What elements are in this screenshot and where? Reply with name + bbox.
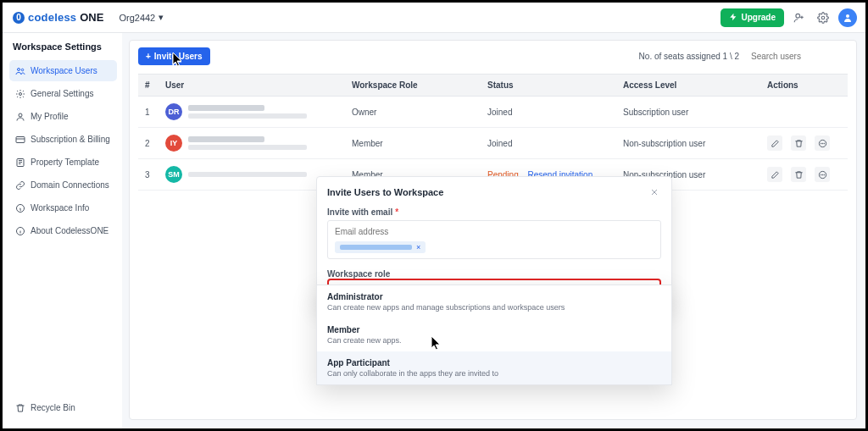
- dropdown-item-title: Member: [327, 325, 661, 334]
- dropdown-item-member[interactable]: Member Can create new apps.: [317, 318, 671, 351]
- sidebar-item-property-template[interactable]: Property Template: [9, 152, 117, 173]
- row-role: Owner: [345, 97, 481, 128]
- sidebar-item-about[interactable]: About CodelessONE: [9, 220, 117, 241]
- email-input[interactable]: [335, 227, 654, 236]
- svg-point-6: [19, 113, 22, 117]
- sidebar-item-recycle-bin[interactable]: Recycle Bin: [9, 397, 117, 418]
- modal-title: Invite Users to Workspace: [327, 187, 443, 197]
- profile-icon: [14, 111, 25, 122]
- row-status: Joined: [481, 128, 616, 159]
- sidebar-item-label: My Profile: [31, 112, 68, 121]
- svg-point-17: [822, 174, 823, 175]
- brand-mark-icon: 0: [13, 12, 25, 24]
- svg-point-2: [846, 14, 849, 18]
- svg-point-1: [821, 16, 825, 19]
- row-role: Member: [345, 128, 481, 159]
- svg-point-12: [821, 143, 821, 144]
- sidebar-item-label: Domain Connections: [31, 180, 109, 190]
- row-access: Non-subscription user: [616, 128, 760, 159]
- users-table: # User Workspace Role Status Access Leve…: [138, 74, 848, 191]
- sidebar-item-subscription-billing[interactable]: Subscription & Billing: [9, 129, 117, 150]
- user-avatar: IY: [165, 135, 182, 152]
- edit-button[interactable]: [767, 135, 782, 151]
- upgrade-button[interactable]: Upgrade: [721, 8, 784, 27]
- users-panel: + Invite Users No. of seats assigned 1 \…: [129, 40, 857, 420]
- svg-point-3: [17, 68, 19, 70]
- close-icon[interactable]: [648, 185, 661, 199]
- sidebar-item-my-profile[interactable]: My Profile: [9, 106, 117, 127]
- org-name: Org2442: [119, 13, 155, 23]
- dropdown-item-administrator[interactable]: Administrator Can create new apps and ma…: [317, 285, 671, 318]
- row-num: 3: [138, 159, 159, 191]
- trash-icon: [14, 402, 25, 413]
- link-icon: [14, 180, 25, 191]
- row-num: 1: [138, 97, 159, 128]
- gear-icon[interactable]: [815, 9, 832, 26]
- card-icon: [14, 134, 25, 145]
- template-icon: [14, 157, 25, 168]
- more-button[interactable]: [815, 135, 830, 151]
- chip-remove-icon[interactable]: ×: [416, 243, 420, 251]
- sidebar-item-label: About CodelessONE: [31, 226, 108, 235]
- sidebar-item-workspace-info[interactable]: Workspace Info: [9, 197, 117, 218]
- col-actions: Actions: [760, 75, 848, 97]
- dropdown-item-title: App Participant: [327, 358, 661, 367]
- svg-point-13: [822, 143, 823, 144]
- org-switcher[interactable]: Org2442 ▾: [119, 12, 164, 23]
- row-status: Joined: [481, 97, 616, 128]
- invite-users-label: Invite Users: [154, 52, 203, 61]
- delete-button[interactable]: [791, 167, 806, 182]
- avatar[interactable]: [838, 8, 857, 27]
- topbar: 0 codelessONE Org2442 ▾ Upgrade: [3, 3, 865, 33]
- invite-users-button[interactable]: + Invite Users: [138, 47, 210, 65]
- delete-button[interactable]: [791, 135, 806, 151]
- caret-down-icon: ▾: [159, 12, 164, 23]
- main-area: Workspace Settings Workspace Users Gener…: [3, 33, 865, 428]
- sidebar-item-general-settings[interactable]: General Settings: [9, 83, 117, 104]
- brand-logo[interactable]: 0 codelessONE: [13, 11, 103, 24]
- svg-point-18: [823, 174, 824, 175]
- users-icon: [14, 65, 25, 76]
- table-row: 1 DR Owner Joined Su: [138, 97, 848, 128]
- svg-point-16: [821, 174, 821, 175]
- user-email-redacted: [188, 145, 307, 150]
- info-icon: [14, 202, 25, 213]
- email-input-box[interactable]: ×: [327, 220, 661, 259]
- svg-point-4: [21, 69, 24, 71]
- sidebar-item-label: General Settings: [31, 89, 94, 98]
- edit-button[interactable]: [767, 167, 782, 182]
- dropdown-item-app-participant[interactable]: App Participant Can only collaborate in …: [317, 351, 671, 384]
- dropdown-item-desc: Can create new apps.: [327, 336, 661, 345]
- dropdown-item-desc: Can create new apps and manage subscript…: [327, 303, 661, 312]
- sidebar-item-label: Workspace Users: [31, 66, 97, 75]
- sidebar: Workspace Settings Workspace Users Gener…: [3, 33, 122, 428]
- bolt-icon: [729, 13, 737, 23]
- col-role: Workspace Role: [345, 75, 481, 97]
- more-button[interactable]: [815, 167, 830, 182]
- table-row: 2 IY Member Joined N: [138, 128, 848, 159]
- email-chip[interactable]: ×: [335, 241, 426, 253]
- user-email-redacted: [188, 113, 307, 119]
- add-user-icon[interactable]: [791, 9, 808, 26]
- svg-point-14: [823, 143, 824, 144]
- svg-rect-7: [16, 136, 25, 142]
- content-area: + Invite Users No. of seats assigned 1 \…: [122, 33, 865, 428]
- sidebar-item-workspace-users[interactable]: Workspace Users: [9, 60, 117, 81]
- upgrade-label: Upgrade: [741, 13, 776, 22]
- user-avatar: SM: [165, 166, 182, 183]
- gear-icon: [14, 88, 25, 99]
- dropdown-item-title: Administrator: [327, 292, 661, 301]
- user-avatar: DR: [165, 103, 182, 120]
- sidebar-item-label: Property Template: [31, 157, 99, 167]
- row-num: 2: [138, 128, 159, 159]
- svg-point-5: [19, 92, 21, 95]
- sidebar-item-label: Subscription & Billing: [31, 135, 110, 144]
- sidebar-title: Workspace Settings: [9, 41, 117, 52]
- email-label: Invite with email: [327, 207, 392, 217]
- sidebar-item-domain-connections[interactable]: Domain Connections: [9, 174, 117, 196]
- required-asterisk: *: [395, 207, 398, 217]
- user-email-redacted: [188, 172, 307, 177]
- user-name-redacted: [188, 105, 264, 111]
- about-icon: [14, 225, 25, 236]
- search-input[interactable]: [746, 48, 848, 64]
